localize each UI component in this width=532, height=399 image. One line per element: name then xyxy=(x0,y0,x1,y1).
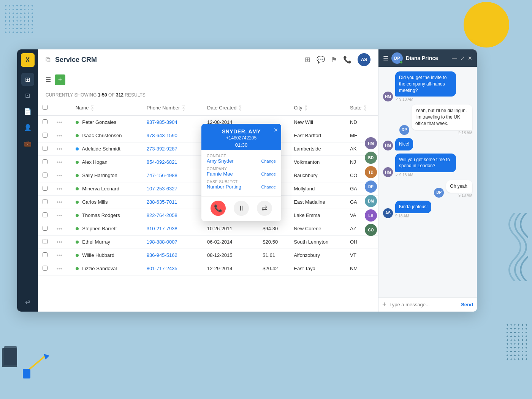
row-actions-cell: ••• xyxy=(52,195,71,209)
sidebar-logo[interactable]: X xyxy=(21,53,35,67)
phone-number[interactable]: 937-985-3904 xyxy=(147,119,177,125)
row-checkbox[interactable] xyxy=(43,186,48,191)
list-view-icon[interactable]: ☰ xyxy=(46,76,51,83)
call-popup-close-icon[interactable]: ✕ xyxy=(274,127,278,133)
phone-number[interactable]: 288-635-7011 xyxy=(147,199,177,205)
row-dots-icon[interactable]: ••• xyxy=(57,159,62,165)
phone-number[interactable]: 310-217-7938 xyxy=(147,226,177,231)
sidebar-participant-avatar[interactable]: DP xyxy=(365,180,377,193)
phone-number[interactable]: 936-945-5162 xyxy=(147,252,177,258)
row-checkbox[interactable] xyxy=(43,159,48,164)
row-dots-icon[interactable]: ••• xyxy=(57,226,62,232)
chat-expand-icon[interactable]: ⤢ xyxy=(460,55,465,61)
contact-name[interactable]: Isaac Christensen xyxy=(82,133,122,138)
row-dots-icon[interactable]: ••• xyxy=(57,119,62,125)
contact-name[interactable]: Sally Harrington xyxy=(82,173,117,178)
add-button[interactable]: + xyxy=(55,74,65,85)
th-city[interactable]: City ▽▽ xyxy=(289,101,345,116)
chat-menu-icon[interactable]: ☰ xyxy=(383,55,388,62)
row-checkbox[interactable] xyxy=(43,199,48,204)
contact-name[interactable]: Thomas Rodgers xyxy=(82,212,120,218)
th-state[interactable]: State ▽▽ xyxy=(345,101,378,116)
row-dots-icon[interactable]: ••• xyxy=(57,133,62,139)
sidebar-participant-avatar[interactable]: LB xyxy=(365,209,377,222)
row-dots-icon[interactable]: ••• xyxy=(57,186,62,192)
chat-add-icon[interactable]: + xyxy=(382,301,386,309)
contact-name[interactable]: Adelaide Schmidt xyxy=(82,146,120,152)
contact-name[interactable]: Ethel Murray xyxy=(82,239,110,245)
sidebar-participant-avatar[interactable]: CO xyxy=(365,224,377,236)
case-change-btn[interactable]: Change xyxy=(261,185,276,189)
phone-number[interactable]: 198-888-0007 xyxy=(147,239,177,245)
row-checkbox[interactable] xyxy=(43,212,48,217)
message-bubble: Kinda jealous! xyxy=(395,201,431,213)
row-checkbox[interactable] xyxy=(43,226,48,231)
row-checkbox[interactable] xyxy=(43,239,48,244)
th-phone[interactable]: Phone Number ▽▽ xyxy=(142,101,203,116)
message-row: HM Nice! HM xyxy=(383,138,472,150)
user-avatar[interactable]: AS xyxy=(358,53,370,66)
row-checkbox[interactable] xyxy=(43,173,48,177)
chat-close-icon[interactable]: ✕ xyxy=(468,55,472,61)
sidebar-participant-avatar[interactable]: HM xyxy=(365,137,377,149)
row-dots-icon[interactable]: ••• xyxy=(57,239,62,245)
th-date[interactable]: Date Created ▽▽ xyxy=(203,101,258,116)
message-group: Nice! xyxy=(395,138,413,150)
sidebar-icon-briefcase[interactable]: 💼 xyxy=(21,137,34,150)
th-name[interactable]: Name ▽▽ xyxy=(71,101,142,116)
hangup-button[interactable]: 📞 xyxy=(211,201,226,216)
row-dots-icon[interactable]: ••• xyxy=(57,199,62,205)
sidebar-icon-grid[interactable]: ⊞ xyxy=(21,73,34,86)
contact-name[interactable]: Willie Hubbard xyxy=(82,252,114,258)
phone-number[interactable]: 747-156-4988 xyxy=(147,173,177,178)
grid-action-icon[interactable]: ⊞ xyxy=(305,55,310,64)
chat-input[interactable] xyxy=(390,302,458,307)
sidebar-icon-user[interactable]: 👤 xyxy=(21,121,34,134)
chat-send-button[interactable]: Send xyxy=(461,302,473,307)
row-actions-cell: ••• xyxy=(52,182,71,195)
row-checkbox[interactable] xyxy=(43,266,48,271)
phone-number[interactable]: 854-092-6821 xyxy=(147,159,177,165)
sidebar-participant-avatar[interactable]: DM xyxy=(365,195,377,207)
contact-name[interactable]: Minerva Leonard xyxy=(82,186,119,192)
phone-number[interactable]: 107-253-6327 xyxy=(147,186,177,192)
row-checkbox[interactable] xyxy=(43,119,48,124)
phone-number[interactable]: 801-717-2435 xyxy=(147,266,177,271)
contact-name[interactable]: Carlos Mills xyxy=(82,199,108,205)
contact-name[interactable]: Stephen Barrett xyxy=(82,226,117,231)
contact-name[interactable]: Peter Gonzales xyxy=(82,119,116,125)
row-phone-cell: 937-985-3904 xyxy=(142,116,203,129)
row-checkbox[interactable] xyxy=(43,252,48,257)
sidebar-icon-modules[interactable]: ⊡ xyxy=(21,89,34,102)
chat-minimize-icon[interactable]: — xyxy=(452,55,457,61)
phone-number[interactable]: 822-764-2058 xyxy=(147,212,177,218)
select-all-checkbox[interactable] xyxy=(43,105,48,110)
contact-change-btn[interactable]: Change xyxy=(261,159,276,163)
phone-number[interactable]: 978-643-1590 xyxy=(147,133,177,138)
flag-action-icon[interactable]: ⚑ xyxy=(331,55,337,64)
bottom-decoration-arrow xyxy=(23,352,53,380)
sidebar-icon-docs[interactable]: 📄 xyxy=(21,105,34,118)
transfer-button[interactable]: ⇄ xyxy=(257,201,272,216)
sidebar-participant-avatar[interactable]: TD xyxy=(365,166,377,178)
row-actions-cell: ••• xyxy=(52,235,71,249)
hold-button[interactable]: ⏸ xyxy=(234,201,249,216)
row-checkbox[interactable] xyxy=(43,133,48,138)
row-dots-icon[interactable]: ••• xyxy=(57,252,62,258)
row-dots-icon[interactable]: ••• xyxy=(57,266,62,272)
company-change-btn[interactable]: Change xyxy=(261,172,276,176)
row-dots-icon[interactable]: ••• xyxy=(57,173,62,179)
row-dots-icon[interactable]: ••• xyxy=(57,146,62,152)
phone-action-icon[interactable]: 📞 xyxy=(343,55,352,64)
sidebar-icon-exchange[interactable]: ⇄ xyxy=(21,295,34,308)
sidebar-participant-avatar[interactable]: BD xyxy=(365,152,377,164)
chat-action-icon[interactable]: 💬 xyxy=(317,55,325,64)
contact-name[interactable]: Alex Hogan xyxy=(82,159,108,165)
table-header-row: Name ▽▽ Phone Number ▽▽ Date Created ▽▽ xyxy=(38,101,378,116)
row-checkbox[interactable] xyxy=(43,146,48,151)
bg-dots-br xyxy=(505,323,528,361)
contact-name[interactable]: Lizzie Sandoval xyxy=(82,266,117,271)
results-range: 1-50 xyxy=(98,92,107,98)
row-dots-icon[interactable]: ••• xyxy=(57,212,62,218)
phone-number[interactable]: 273-392-9287 xyxy=(147,146,177,152)
